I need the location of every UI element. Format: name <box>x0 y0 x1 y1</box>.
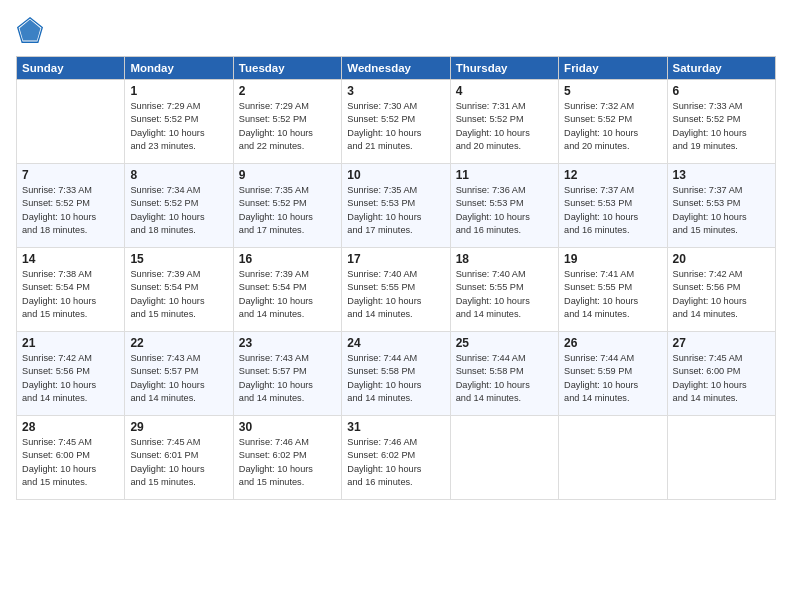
day-details: Sunrise: 7:35 AM Sunset: 5:53 PM Dayligh… <box>347 184 444 237</box>
day-details: Sunrise: 7:29 AM Sunset: 5:52 PM Dayligh… <box>130 100 227 153</box>
day-details: Sunrise: 7:40 AM Sunset: 5:55 PM Dayligh… <box>347 268 444 321</box>
header-cell-tuesday: Tuesday <box>233 57 341 80</box>
day-number: 15 <box>130 252 227 266</box>
logo <box>16 16 46 44</box>
calendar-cell: 30Sunrise: 7:46 AM Sunset: 6:02 PM Dayli… <box>233 416 341 500</box>
calendar-cell: 29Sunrise: 7:45 AM Sunset: 6:01 PM Dayli… <box>125 416 233 500</box>
day-details: Sunrise: 7:30 AM Sunset: 5:52 PM Dayligh… <box>347 100 444 153</box>
calendar-cell: 23Sunrise: 7:43 AM Sunset: 5:57 PM Dayli… <box>233 332 341 416</box>
header-cell-friday: Friday <box>559 57 667 80</box>
day-number: 20 <box>673 252 770 266</box>
day-details: Sunrise: 7:34 AM Sunset: 5:52 PM Dayligh… <box>130 184 227 237</box>
day-number: 2 <box>239 84 336 98</box>
header-cell-monday: Monday <box>125 57 233 80</box>
day-number: 5 <box>564 84 661 98</box>
day-details: Sunrise: 7:33 AM Sunset: 5:52 PM Dayligh… <box>673 100 770 153</box>
day-number: 21 <box>22 336 119 350</box>
calendar-cell: 1Sunrise: 7:29 AM Sunset: 5:52 PM Daylig… <box>125 80 233 164</box>
day-number: 1 <box>130 84 227 98</box>
calendar-cell: 18Sunrise: 7:40 AM Sunset: 5:55 PM Dayli… <box>450 248 558 332</box>
calendar-cell: 3Sunrise: 7:30 AM Sunset: 5:52 PM Daylig… <box>342 80 450 164</box>
calendar-cell: 12Sunrise: 7:37 AM Sunset: 5:53 PM Dayli… <box>559 164 667 248</box>
day-details: Sunrise: 7:42 AM Sunset: 5:56 PM Dayligh… <box>22 352 119 405</box>
calendar-cell: 22Sunrise: 7:43 AM Sunset: 5:57 PM Dayli… <box>125 332 233 416</box>
day-details: Sunrise: 7:44 AM Sunset: 5:58 PM Dayligh… <box>347 352 444 405</box>
day-number: 3 <box>347 84 444 98</box>
day-number: 22 <box>130 336 227 350</box>
calendar-cell: 15Sunrise: 7:39 AM Sunset: 5:54 PM Dayli… <box>125 248 233 332</box>
week-row-2: 7Sunrise: 7:33 AM Sunset: 5:52 PM Daylig… <box>17 164 776 248</box>
day-number: 16 <box>239 252 336 266</box>
calendar-cell: 20Sunrise: 7:42 AM Sunset: 5:56 PM Dayli… <box>667 248 775 332</box>
day-number: 4 <box>456 84 553 98</box>
day-number: 10 <box>347 168 444 182</box>
calendar-cell: 2Sunrise: 7:29 AM Sunset: 5:52 PM Daylig… <box>233 80 341 164</box>
day-number: 30 <box>239 420 336 434</box>
day-number: 7 <box>22 168 119 182</box>
week-row-5: 28Sunrise: 7:45 AM Sunset: 6:00 PM Dayli… <box>17 416 776 500</box>
day-number: 13 <box>673 168 770 182</box>
day-details: Sunrise: 7:32 AM Sunset: 5:52 PM Dayligh… <box>564 100 661 153</box>
day-number: 24 <box>347 336 444 350</box>
day-number: 11 <box>456 168 553 182</box>
day-details: Sunrise: 7:44 AM Sunset: 5:59 PM Dayligh… <box>564 352 661 405</box>
calendar-cell: 5Sunrise: 7:32 AM Sunset: 5:52 PM Daylig… <box>559 80 667 164</box>
day-details: Sunrise: 7:39 AM Sunset: 5:54 PM Dayligh… <box>130 268 227 321</box>
day-details: Sunrise: 7:44 AM Sunset: 5:58 PM Dayligh… <box>456 352 553 405</box>
calendar-cell: 27Sunrise: 7:45 AM Sunset: 6:00 PM Dayli… <box>667 332 775 416</box>
header-cell-saturday: Saturday <box>667 57 775 80</box>
svg-marker-0 <box>20 20 41 41</box>
day-number: 25 <box>456 336 553 350</box>
day-number: 12 <box>564 168 661 182</box>
calendar-cell: 9Sunrise: 7:35 AM Sunset: 5:52 PM Daylig… <box>233 164 341 248</box>
calendar-cell: 19Sunrise: 7:41 AM Sunset: 5:55 PM Dayli… <box>559 248 667 332</box>
day-details: Sunrise: 7:40 AM Sunset: 5:55 PM Dayligh… <box>456 268 553 321</box>
day-details: Sunrise: 7:37 AM Sunset: 5:53 PM Dayligh… <box>564 184 661 237</box>
day-details: Sunrise: 7:31 AM Sunset: 5:52 PM Dayligh… <box>456 100 553 153</box>
calendar-header-row: SundayMondayTuesdayWednesdayThursdayFrid… <box>17 57 776 80</box>
day-number: 8 <box>130 168 227 182</box>
calendar-cell: 21Sunrise: 7:42 AM Sunset: 5:56 PM Dayli… <box>17 332 125 416</box>
day-number: 19 <box>564 252 661 266</box>
calendar-cell: 31Sunrise: 7:46 AM Sunset: 6:02 PM Dayli… <box>342 416 450 500</box>
calendar-cell: 26Sunrise: 7:44 AM Sunset: 5:59 PM Dayli… <box>559 332 667 416</box>
week-row-3: 14Sunrise: 7:38 AM Sunset: 5:54 PM Dayli… <box>17 248 776 332</box>
calendar-cell <box>17 80 125 164</box>
day-number: 31 <box>347 420 444 434</box>
week-row-4: 21Sunrise: 7:42 AM Sunset: 5:56 PM Dayli… <box>17 332 776 416</box>
day-details: Sunrise: 7:35 AM Sunset: 5:52 PM Dayligh… <box>239 184 336 237</box>
calendar-cell <box>450 416 558 500</box>
calendar-body: 1Sunrise: 7:29 AM Sunset: 5:52 PM Daylig… <box>17 80 776 500</box>
page-container: SundayMondayTuesdayWednesdayThursdayFrid… <box>0 0 792 510</box>
page-header <box>16 16 776 44</box>
calendar-cell: 13Sunrise: 7:37 AM Sunset: 5:53 PM Dayli… <box>667 164 775 248</box>
day-details: Sunrise: 7:41 AM Sunset: 5:55 PM Dayligh… <box>564 268 661 321</box>
calendar-cell: 28Sunrise: 7:45 AM Sunset: 6:00 PM Dayli… <box>17 416 125 500</box>
day-details: Sunrise: 7:39 AM Sunset: 5:54 PM Dayligh… <box>239 268 336 321</box>
day-number: 18 <box>456 252 553 266</box>
day-details: Sunrise: 7:38 AM Sunset: 5:54 PM Dayligh… <box>22 268 119 321</box>
calendar-cell: 4Sunrise: 7:31 AM Sunset: 5:52 PM Daylig… <box>450 80 558 164</box>
calendar-cell: 7Sunrise: 7:33 AM Sunset: 5:52 PM Daylig… <box>17 164 125 248</box>
calendar-cell: 11Sunrise: 7:36 AM Sunset: 5:53 PM Dayli… <box>450 164 558 248</box>
day-number: 6 <box>673 84 770 98</box>
day-details: Sunrise: 7:36 AM Sunset: 5:53 PM Dayligh… <box>456 184 553 237</box>
day-number: 14 <box>22 252 119 266</box>
header-cell-thursday: Thursday <box>450 57 558 80</box>
day-details: Sunrise: 7:46 AM Sunset: 6:02 PM Dayligh… <box>239 436 336 489</box>
day-details: Sunrise: 7:46 AM Sunset: 6:02 PM Dayligh… <box>347 436 444 489</box>
calendar-cell: 8Sunrise: 7:34 AM Sunset: 5:52 PM Daylig… <box>125 164 233 248</box>
calendar-cell <box>559 416 667 500</box>
day-number: 29 <box>130 420 227 434</box>
day-details: Sunrise: 7:45 AM Sunset: 6:00 PM Dayligh… <box>22 436 119 489</box>
calendar-cell: 24Sunrise: 7:44 AM Sunset: 5:58 PM Dayli… <box>342 332 450 416</box>
calendar-table: SundayMondayTuesdayWednesdayThursdayFrid… <box>16 56 776 500</box>
day-number: 27 <box>673 336 770 350</box>
calendar-cell <box>667 416 775 500</box>
calendar-cell: 10Sunrise: 7:35 AM Sunset: 5:53 PM Dayli… <box>342 164 450 248</box>
day-details: Sunrise: 7:37 AM Sunset: 5:53 PM Dayligh… <box>673 184 770 237</box>
day-details: Sunrise: 7:43 AM Sunset: 5:57 PM Dayligh… <box>130 352 227 405</box>
calendar-cell: 17Sunrise: 7:40 AM Sunset: 5:55 PM Dayli… <box>342 248 450 332</box>
day-number: 17 <box>347 252 444 266</box>
calendar-cell: 16Sunrise: 7:39 AM Sunset: 5:54 PM Dayli… <box>233 248 341 332</box>
